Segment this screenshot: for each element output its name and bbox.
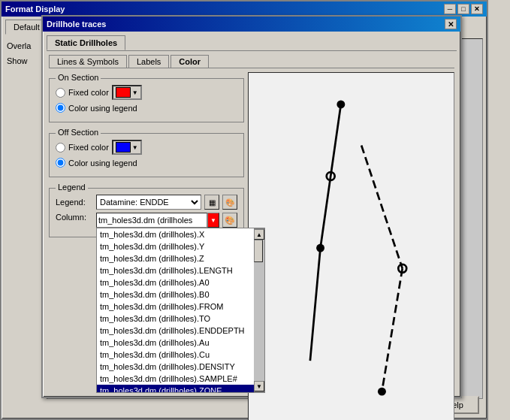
- column-palette-icon: 🎨: [225, 216, 235, 225]
- drillhole-titlebar: Drillhole traces ✕: [43, 17, 460, 32]
- sub-tab-labels[interactable]: Labels: [128, 55, 169, 68]
- minimize-icon: ─: [448, 5, 452, 13]
- tab-static-drillholes[interactable]: Static Drillholes: [47, 35, 125, 50]
- preview-line-solid: [321, 104, 341, 248]
- maximize-icon: □: [461, 5, 465, 13]
- dropdown-item[interactable]: tm_holes3d.dm (drillholes).X: [97, 228, 254, 240]
- sub-tab-lines-symbols[interactable]: Lines & Symbols: [49, 55, 127, 68]
- off-section-fixed-label[interactable]: Fixed color: [68, 143, 109, 152]
- preview-line-dash-bot: [382, 268, 402, 391]
- off-section-legend-row: Color using legend: [56, 158, 237, 168]
- scroll-up-btn[interactable]: ▲: [254, 229, 264, 240]
- drillhole-left-panel: On Section Fixed color ▼ Color using leg…: [49, 72, 244, 420]
- format-display-titlebar: Format Display ─ □ ✕: [2, 2, 487, 17]
- preview-circle-bot2: [378, 388, 386, 396]
- off-section-color-button[interactable]: ▼: [112, 140, 142, 155]
- sub-tab-color-label: Color: [179, 57, 201, 66]
- legend-table-icon: ▦: [209, 198, 216, 207]
- on-section-color-swatch: [116, 87, 131, 98]
- on-section-title: On Section: [56, 73, 101, 82]
- off-section-color-swatch: [116, 142, 131, 153]
- column-icon-btn[interactable]: 🎨: [222, 213, 237, 228]
- dropdown-items-container: tm_holes3d.dm (drillholes).Xtm_holes3d.d…: [97, 228, 254, 393]
- column-scrollbar[interactable]: ▲ ▼: [254, 228, 264, 392]
- dropdown-item[interactable]: tm_holes3d.dm (drillholes).DENSITY: [97, 361, 254, 373]
- column-dropdown-arrow-icon: ▼: [210, 217, 216, 224]
- dropdown-item[interactable]: tm_holes3d.dm (drillholes).Au: [97, 337, 254, 349]
- fd-overlay-item[interactable]: Overla: [5, 40, 43, 52]
- drillhole-title: Drillhole traces: [47, 20, 106, 29]
- on-section-color-dropdown-arrow: ▼: [132, 89, 138, 96]
- dropdown-item[interactable]: tm_holes3d.dm (drillholes).SAMPLE#: [97, 373, 254, 385]
- preview-circle-top1: [336, 100, 345, 108]
- on-section-group: On Section Fixed color ▼ Color using leg…: [49, 78, 244, 122]
- preview-svg: [249, 73, 454, 420]
- close-icon: ✕: [474, 5, 480, 13]
- off-section-group: Off Section Fixed color ▼ Color using le…: [49, 133, 244, 177]
- legend-group: Legend Legend: Datamine: ENDDE ▦ 🎨 Colum…: [49, 188, 244, 237]
- off-section-fixed-color-row: Fixed color ▼: [56, 140, 237, 155]
- fd-show-item[interactable]: Show: [5, 55, 43, 67]
- scroll-down-icon: ▼: [256, 383, 262, 390]
- drillhole-traces-dialog: Drillhole traces ✕ Static Drillholes Lin…: [41, 15, 462, 398]
- legend-palette-icon-btn[interactable]: 🎨: [222, 195, 237, 210]
- dropdown-item[interactable]: tm_holes3d.dm (drillholes).LENGTH: [97, 264, 254, 276]
- sub-tab-lines-symbols-label: Lines & Symbols: [57, 57, 119, 66]
- drillhole-sub-tabs: Lines & Symbols Labels Color: [49, 55, 454, 68]
- legend-palette-icon: 🎨: [225, 198, 234, 207]
- drillhole-main-tabs: Static Drillholes: [43, 32, 460, 50]
- drillhole-close-btn[interactable]: ✕: [445, 19, 457, 29]
- off-section-legend-label[interactable]: Color using legend: [68, 159, 137, 168]
- scroll-down-btn[interactable]: ▼: [254, 381, 264, 391]
- off-section-legend-radio[interactable]: [56, 158, 65, 168]
- dropdown-item[interactable]: tm_holes3d.dm (drillholes).Cu: [97, 349, 254, 361]
- dh-close-icon: ✕: [448, 20, 454, 29]
- fd-maximize-btn[interactable]: □: [457, 4, 469, 14]
- on-section-fixed-label[interactable]: Fixed color: [68, 88, 109, 97]
- off-section-color-dropdown-arrow: ▼: [132, 144, 138, 151]
- on-section-fixed-color-row: Fixed color ▼: [56, 85, 237, 100]
- off-section-fixed-radio[interactable]: [56, 143, 65, 153]
- on-section-fixed-radio[interactable]: [56, 88, 65, 98]
- sub-tab-color[interactable]: Color: [171, 55, 209, 68]
- legend-dropdown[interactable]: Datamine: ENDDE: [96, 195, 201, 210]
- drillhole-main-content: On Section Fixed color ▼ Color using leg…: [43, 68, 460, 420]
- dropdown-item[interactable]: tm_holes3d.dm (drillholes).A0: [97, 276, 254, 289]
- fd-minimize-btn[interactable]: ─: [444, 4, 456, 14]
- scroll-up-icon: ▲: [256, 231, 262, 238]
- fd-close-btn[interactable]: ✕: [471, 4, 483, 14]
- dropdown-item[interactable]: tm_holes3d.dm (drillholes).ZONE: [97, 385, 254, 393]
- sub-tab-labels-label: Labels: [137, 57, 161, 66]
- format-display-title-buttons: ─ □ ✕: [444, 4, 483, 14]
- column-label: Column:: [56, 213, 93, 222]
- dropdown-item[interactable]: tm_holes3d.dm (drillholes).Y: [97, 240, 254, 252]
- on-section-legend-row: Color using legend: [56, 103, 237, 113]
- format-display-title: Format Display: [5, 5, 65, 14]
- column-select-row: Column: ▼ ▲: [56, 213, 237, 228]
- tab-static-drillholes-label: Static Drillholes: [55, 38, 117, 47]
- preview-line-solid2: [310, 248, 321, 361]
- on-section-color-button[interactable]: ▼: [112, 85, 142, 100]
- legend-label: Legend:: [56, 198, 93, 207]
- dropdown-item[interactable]: tm_holes3d.dm (drillholes).TO: [97, 313, 254, 325]
- column-dropdown-btn[interactable]: ▼: [207, 213, 219, 228]
- preview-line-dash-top: [361, 146, 403, 269]
- scroll-thumb[interactable]: [254, 240, 263, 262]
- legend-table-icon-btn[interactable]: ▦: [204, 195, 219, 210]
- column-dropdown-list[interactable]: ▲ ▼ tm_holes3d.dm (drillholes).Xtm: [96, 228, 265, 393]
- preview-panel: [248, 72, 454, 420]
- on-section-legend-radio[interactable]: [56, 103, 65, 113]
- scroll-track: [254, 240, 264, 381]
- on-section-legend-label[interactable]: Color using legend: [68, 104, 137, 113]
- column-select-area: ▼ ▲ ▼: [96, 213, 219, 228]
- column-input[interactable]: [96, 213, 207, 228]
- dropdown-item[interactable]: tm_holes3d.dm (drillholes).FROM: [97, 301, 254, 313]
- legend-group-title: Legend: [56, 183, 88, 192]
- dropdown-item[interactable]: tm_holes3d.dm (drillholes).ENDDEPTH: [97, 325, 254, 337]
- dropdown-item[interactable]: tm_holes3d.dm (drillholes).B0: [97, 289, 254, 301]
- legend-select-row: Legend: Datamine: ENDDE ▦ 🎨: [56, 195, 237, 210]
- dropdown-item[interactable]: tm_holes3d.dm (drillholes).Z: [97, 252, 254, 264]
- off-section-title: Off Section: [56, 128, 101, 137]
